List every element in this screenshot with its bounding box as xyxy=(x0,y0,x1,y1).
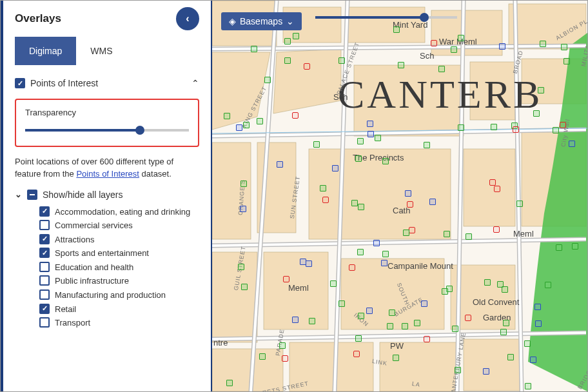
poi-marker-icon[interactable] xyxy=(375,135,381,141)
poi-marker-icon[interactable] xyxy=(564,58,570,64)
poi-marker-icon[interactable] xyxy=(540,41,546,47)
poi-marker-icon[interactable] xyxy=(358,204,364,210)
poi-marker-icon[interactable] xyxy=(560,122,566,128)
poi-marker-icon[interactable] xyxy=(438,66,445,72)
poi-marker-icon[interactable] xyxy=(306,260,312,267)
poi-marker-icon[interactable] xyxy=(251,46,257,52)
poi-marker-icon[interactable] xyxy=(355,155,362,162)
poi-marker-icon[interactable] xyxy=(414,320,420,326)
poi-marker-icon[interactable] xyxy=(429,199,436,205)
poi-marker-icon[interactable] xyxy=(330,280,337,287)
poi-marker-icon[interactable] xyxy=(264,77,271,83)
poi-marker-icon[interactable] xyxy=(389,309,395,316)
poi-marker-icon[interactable] xyxy=(277,161,283,168)
poi-marker-icon[interactable] xyxy=(458,124,464,131)
poi-marker-icon[interactable] xyxy=(338,57,345,64)
poi-marker-icon[interactable] xyxy=(409,227,415,233)
poi-marker-icon[interactable] xyxy=(524,340,531,347)
poi-marker-icon[interactable] xyxy=(284,38,291,44)
poi-marker-icon[interactable] xyxy=(398,62,404,68)
poi-marker-icon[interactable] xyxy=(367,121,373,127)
poi-marker-icon[interactable] xyxy=(452,326,458,332)
poi-marker-icon[interactable] xyxy=(516,201,523,207)
poi-marker-icon[interactable] xyxy=(491,124,497,130)
slider-thumb[interactable] xyxy=(135,126,144,135)
transparency-slider[interactable] xyxy=(25,129,189,132)
poi-marker-icon[interactable] xyxy=(224,113,230,119)
poi-marker-icon[interactable] xyxy=(366,308,373,314)
basemap-slider-thumb[interactable] xyxy=(420,13,429,22)
poi-marker-icon[interactable] xyxy=(402,323,408,329)
tab-wms[interactable]: WMS xyxy=(76,37,126,65)
poi-marker-icon[interactable] xyxy=(507,354,514,360)
poi-marker-icon[interactable] xyxy=(393,355,399,361)
poi-marker-icon[interactable] xyxy=(424,142,430,148)
poi-marker-icon[interactable] xyxy=(353,351,360,357)
poi-marker-icon[interactable] xyxy=(351,200,358,206)
poi-marker-icon[interactable] xyxy=(282,355,288,362)
poi-marker-icon[interactable] xyxy=(513,126,519,133)
poi-marker-icon[interactable] xyxy=(243,122,250,128)
poi-marker-icon[interactable] xyxy=(403,230,409,236)
poi-marker-icon[interactable] xyxy=(483,368,489,375)
basemap-transparency-slider[interactable] xyxy=(315,16,457,19)
poi-marker-icon[interactable] xyxy=(431,40,437,46)
poi-marker-icon[interactable] xyxy=(405,190,411,197)
poi-marker-icon[interactable] xyxy=(455,367,461,373)
chevron-up-icon[interactable]: ⌃ xyxy=(191,78,199,88)
poi-marker-icon[interactable] xyxy=(538,87,544,93)
layer-checkbox[interactable] xyxy=(39,206,50,217)
poi-marker-icon[interactable] xyxy=(489,179,496,186)
poi-marker-icon[interactable] xyxy=(499,43,505,50)
poi-marker-icon[interactable] xyxy=(493,226,500,233)
poi-marker-icon[interactable] xyxy=(358,313,364,319)
poi-marker-icon[interactable] xyxy=(322,197,329,203)
poi-marker-icon[interactable] xyxy=(500,329,507,335)
layer-checkbox[interactable] xyxy=(39,262,50,272)
basemaps-button[interactable]: ◈ Basemaps ⌄ xyxy=(221,12,302,30)
poi-marker-icon[interactable] xyxy=(561,44,567,50)
poi-marker-icon[interactable] xyxy=(284,57,291,64)
poi-marker-icon[interactable] xyxy=(320,185,326,191)
poi-marker-icon[interactable] xyxy=(292,317,299,323)
poi-marker-icon[interactable] xyxy=(313,141,320,148)
tab-digimap[interactable]: Digimap xyxy=(15,37,76,65)
poi-marker-icon[interactable] xyxy=(444,231,450,237)
poi-marker-icon[interactable] xyxy=(530,357,536,363)
poi-marker-icon[interactable] xyxy=(279,342,286,349)
showhide-all-checkbox[interactable] xyxy=(27,190,37,200)
poi-marker-icon[interactable] xyxy=(292,112,299,119)
poi-marker-icon[interactable] xyxy=(304,63,310,70)
poi-marker-icon[interactable] xyxy=(525,383,531,389)
poi-marker-icon[interactable] xyxy=(338,300,345,307)
poi-marker-icon[interactable] xyxy=(236,124,242,131)
poi-marker-icon[interactable] xyxy=(349,264,355,271)
poi-marker-icon[interactable] xyxy=(458,35,464,41)
poi-marker-icon[interactable] xyxy=(572,243,578,250)
poi-marker-icon[interactable] xyxy=(451,46,457,53)
poi-marker-icon[interactable] xyxy=(407,201,413,208)
poi-marker-icon[interactable] xyxy=(442,288,448,295)
layer-checkbox[interactable] xyxy=(39,248,50,258)
poi-marker-icon[interactable] xyxy=(226,380,233,386)
poi-marker-icon[interactable] xyxy=(357,138,364,144)
chevron-down-icon[interactable]: ⌄ xyxy=(15,190,22,199)
poi-marker-icon[interactable] xyxy=(240,206,246,212)
poi-marker-icon[interactable] xyxy=(502,286,508,293)
poi-marker-icon[interactable] xyxy=(382,251,389,257)
poi-dataset-link[interactable]: Points of Interest xyxy=(76,169,139,179)
poi-marker-icon[interactable] xyxy=(373,240,380,246)
poi-marker-icon[interactable] xyxy=(421,300,427,307)
poi-marker-icon[interactable] xyxy=(238,264,244,270)
poi-marker-icon[interactable] xyxy=(241,284,248,290)
layer-checkbox[interactable] xyxy=(39,317,50,328)
poi-marker-icon[interactable] xyxy=(257,118,263,124)
poi-marker-icon[interactable] xyxy=(466,233,472,240)
layer-checkbox[interactable] xyxy=(39,289,50,300)
poi-marker-icon[interactable] xyxy=(259,353,266,360)
poi-marker-icon[interactable] xyxy=(533,110,540,117)
poi-marker-icon[interactable] xyxy=(368,131,374,137)
poi-marker-icon[interactable] xyxy=(387,323,393,329)
poi-marker-icon[interactable] xyxy=(332,165,338,172)
poi-marker-icon[interactable] xyxy=(545,282,551,288)
